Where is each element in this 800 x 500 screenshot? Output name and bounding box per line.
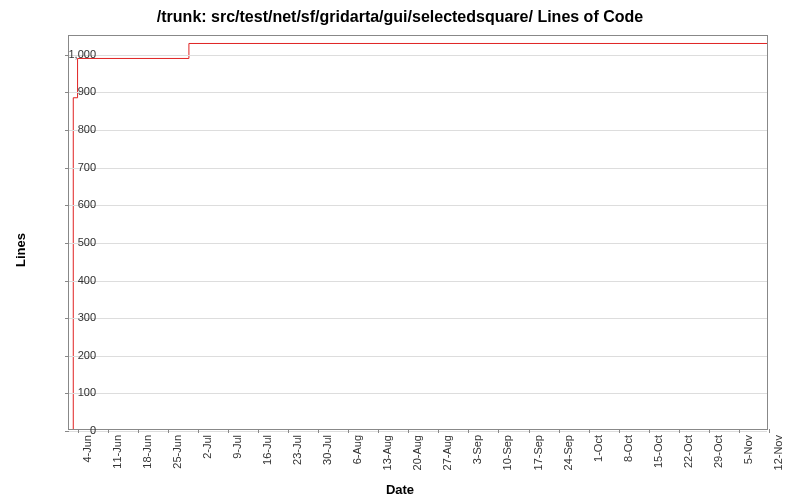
x-tick-mark: [709, 429, 710, 433]
x-tick-mark: [589, 429, 590, 433]
x-tick-label: 9-Jul: [231, 435, 243, 459]
x-tick-label: 29-Oct: [712, 435, 724, 468]
x-tick-label: 12-Nov: [772, 435, 784, 470]
plot-area: [68, 35, 768, 430]
x-tick-label: 20-Aug: [411, 435, 423, 470]
gridline: [69, 281, 767, 282]
x-tick-mark: [739, 429, 740, 433]
x-tick-mark: [649, 429, 650, 433]
x-tick-mark: [498, 429, 499, 433]
x-tick-label: 18-Jun: [141, 435, 153, 469]
y-tick-label: 300: [56, 311, 96, 323]
x-tick-label: 11-Jun: [111, 435, 123, 469]
x-tick-mark: [108, 429, 109, 433]
gridline: [69, 356, 767, 357]
x-tick-mark: [318, 429, 319, 433]
gridline: [69, 92, 767, 93]
x-tick-mark: [378, 429, 379, 433]
x-tick-label: 15-Oct: [652, 435, 664, 468]
x-tick-label: 24-Sep: [562, 435, 574, 470]
gridline: [69, 168, 767, 169]
x-tick-mark: [468, 429, 469, 433]
chart-container: /trunk: src/test/net/sf/gridarta/gui/sel…: [0, 0, 800, 500]
x-tick-label: 1-Oct: [592, 435, 604, 462]
chart-title: /trunk: src/test/net/sf/gridarta/gui/sel…: [0, 8, 800, 26]
x-tick-mark: [769, 429, 770, 433]
gridline: [69, 205, 767, 206]
x-tick-mark: [679, 429, 680, 433]
y-tick-label: 900: [56, 85, 96, 97]
x-tick-mark: [288, 429, 289, 433]
x-tick-mark: [168, 429, 169, 433]
x-tick-mark: [138, 429, 139, 433]
x-tick-label: 4-Jun: [81, 435, 93, 463]
line-series: [69, 36, 767, 429]
gridline: [69, 55, 767, 56]
x-tick-mark: [348, 429, 349, 433]
x-tick-label: 5-Nov: [742, 435, 754, 464]
x-tick-label: 27-Aug: [441, 435, 453, 470]
x-tick-mark: [198, 429, 199, 433]
x-tick-mark: [559, 429, 560, 433]
x-tick-label: 3-Sep: [471, 435, 483, 464]
x-tick-label: 22-Oct: [682, 435, 694, 468]
x-tick-mark: [438, 429, 439, 433]
x-tick-label: 16-Jul: [261, 435, 273, 465]
y-axis-label: Lines: [13, 233, 28, 267]
gridline: [69, 393, 767, 394]
x-tick-label: 23-Jul: [291, 435, 303, 465]
x-tick-mark: [228, 429, 229, 433]
y-tick-label: 400: [56, 274, 96, 286]
x-axis-label: Date: [0, 482, 800, 497]
x-tick-label: 30-Jul: [321, 435, 333, 465]
y-tick-label: 1,000: [56, 48, 96, 60]
gridline: [69, 318, 767, 319]
x-tick-mark: [619, 429, 620, 433]
x-tick-mark: [258, 429, 259, 433]
x-tick-label: 13-Aug: [381, 435, 393, 470]
y-tick-label: 700: [56, 161, 96, 173]
x-tick-label: 2-Jul: [201, 435, 213, 459]
y-tick-label: 800: [56, 123, 96, 135]
x-tick-mark: [529, 429, 530, 433]
y-tick-label: 500: [56, 236, 96, 248]
x-tick-mark: [408, 429, 409, 433]
y-tick-label: 100: [56, 386, 96, 398]
x-tick-label: 6-Aug: [351, 435, 363, 464]
y-tick-label: 600: [56, 198, 96, 210]
gridline: [69, 431, 767, 432]
x-tick-label: 25-Jun: [171, 435, 183, 469]
x-tick-label: 17-Sep: [532, 435, 544, 470]
gridline: [69, 130, 767, 131]
gridline: [69, 243, 767, 244]
x-tick-label: 10-Sep: [501, 435, 513, 470]
y-tick-label: 200: [56, 349, 96, 361]
x-tick-label: 8-Oct: [622, 435, 634, 462]
